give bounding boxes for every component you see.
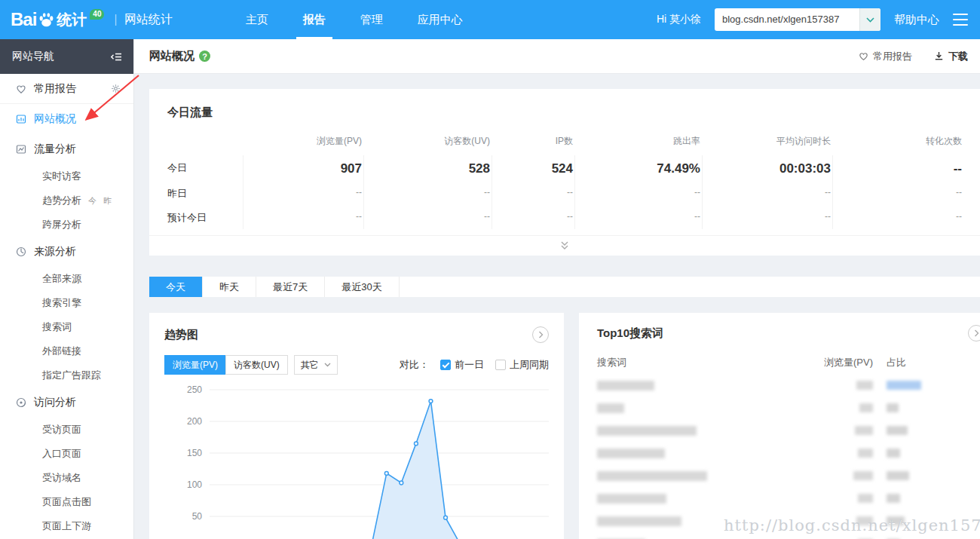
- today-value: --: [574, 205, 702, 229]
- top10-row-0[interactable]: [597, 374, 962, 397]
- menu-icon[interactable]: [953, 14, 968, 26]
- topnav-item-3[interactable]: 应用中心: [400, 0, 480, 39]
- sidebar-item-label: 指定广告跟踪: [42, 369, 101, 382]
- sidebar-item-label: 常用报告: [34, 82, 76, 96]
- expand-toggle[interactable]: [149, 235, 980, 256]
- favorite-report-button[interactable]: 常用报告: [858, 50, 912, 63]
- sidebar-item-0[interactable]: 常用报告: [0, 74, 133, 104]
- help-question-badge[interactable]: ?: [199, 51, 210, 62]
- sidebar-item-7[interactable]: 全部来源: [0, 267, 133, 291]
- sidebar-item-16[interactable]: 页面点击图: [0, 490, 133, 514]
- sidebar-item-label: 网站概况: [34, 112, 76, 126]
- range-tab-0[interactable]: 今天: [149, 277, 203, 297]
- expand-top10-button[interactable]: [968, 325, 980, 341]
- logo-text-tongji: 统计: [57, 10, 87, 30]
- download-button[interactable]: 下载: [933, 50, 968, 63]
- top10-column-headers: 搜索词 浏览量(PV) 占比: [597, 356, 962, 369]
- site-selector-value: blog.csdn.net/xlgen157387: [715, 8, 859, 31]
- top10-row-2[interactable]: [597, 419, 962, 442]
- range-tab-3[interactable]: 最近30天: [325, 277, 399, 297]
- sidebar-item-10[interactable]: 外部链接: [0, 339, 133, 363]
- redacted-keyword: [597, 449, 665, 458]
- chevron-down-icon[interactable]: [859, 8, 880, 31]
- today-value: --: [243, 181, 363, 205]
- main-area: 网站概况 ? 常用报告 下载 今日流量 浏览量(P: [134, 39, 980, 539]
- today-row-label: 预计今日: [167, 205, 243, 229]
- today-row-label: 今日: [167, 155, 243, 181]
- gear-icon[interactable]: [110, 83, 121, 94]
- topnav-item-1[interactable]: 报告: [286, 0, 343, 39]
- sidebar-item-11[interactable]: 指定广告跟踪: [0, 363, 133, 387]
- top10-row-4[interactable]: [597, 464, 962, 487]
- sidebar-item-14[interactable]: 入口页面: [0, 442, 133, 466]
- redacted-pv-value: [858, 494, 873, 503]
- sidebar-item-1[interactable]: 网站概况: [0, 104, 133, 134]
- trend-card: 趋势图 浏览量(PV)访客数(UV) 其它: [149, 313, 564, 539]
- user-greeting: Hi 莫小徐: [657, 13, 701, 26]
- svg-text:250: 250: [187, 384, 202, 395]
- baidu-tongji-logo[interactable]: Bai 统计 40 | 网站统计: [0, 9, 179, 30]
- redacted-pv-value: [858, 449, 873, 458]
- top10-keywords-card: Top10搜索词 搜索词 浏览量(PV) 占比: [579, 313, 980, 539]
- trend-title: 趋势图: [164, 328, 198, 342]
- site-selector[interactable]: blog.csdn.net/xlgen157387: [715, 8, 880, 31]
- logo-divider: |: [114, 13, 117, 26]
- metric-button-1[interactable]: 访客数(UV): [225, 355, 288, 375]
- top10-row-5[interactable]: [597, 487, 962, 510]
- help-center-link[interactable]: 帮助中心: [894, 13, 939, 27]
- ratio-bar: [887, 471, 909, 480]
- page-title-text: 网站概况: [149, 49, 194, 63]
- sidebar-item-15[interactable]: 受访域名: [0, 466, 133, 490]
- today-value: --: [832, 181, 963, 205]
- collapse-sidebar-icon[interactable]: [110, 51, 123, 63]
- top10-row-1[interactable]: [597, 397, 962, 419]
- sidebar-item-17[interactable]: 页面上下游: [0, 514, 133, 538]
- today-value: 907: [243, 155, 363, 181]
- svg-text:100: 100: [187, 479, 202, 490]
- sidebar-item-label: 外部链接: [42, 345, 81, 358]
- sidebar-item-4[interactable]: 趋势分析今昨: [0, 188, 133, 213]
- metric-buttons: 浏览量(PV)访客数(UV): [164, 355, 288, 375]
- other-metric-select[interactable]: 其它: [294, 355, 338, 375]
- metric-button-0[interactable]: 浏览量(PV): [164, 355, 226, 375]
- range-tab-2[interactable]: 最近7天: [256, 277, 325, 297]
- expand-trend-button[interactable]: [532, 326, 549, 343]
- today-col-header: 浏览量(PV): [243, 129, 363, 155]
- compare-label: 对比：: [400, 358, 429, 372]
- chevron-right-icon: [538, 331, 544, 338]
- sidebar-item-label: 受访页面: [42, 423, 81, 436]
- redacted-keyword: [597, 403, 624, 413]
- compare-option-label: 上周同期: [510, 358, 549, 372]
- today-value: --: [832, 205, 963, 229]
- today-grid: 浏览量(PV)访客数(UV)IP数跳出率平均访问时长转化次数今日90752852…: [167, 129, 980, 229]
- top10-row-3[interactable]: [597, 442, 962, 464]
- quick-link-0[interactable]: 今: [88, 195, 96, 207]
- sidebar-item-2[interactable]: 流量分析: [0, 134, 133, 164]
- topbar-nav: 主页报告管理应用中心: [228, 0, 480, 39]
- version-badge: 40: [90, 9, 104, 20]
- topnav-item-0[interactable]: 主页: [228, 0, 286, 39]
- quick-link-1[interactable]: 昨: [103, 195, 112, 207]
- sidebar-item-12[interactable]: 访问分析: [0, 387, 133, 418]
- sidebar-item-label: 全部来源: [42, 272, 81, 286]
- sidebar-item-9[interactable]: 搜索词: [0, 315, 133, 339]
- trend-area-chart[interactable]: 25020015010050: [164, 382, 549, 539]
- checkbox-unchecked-icon[interactable]: [495, 360, 506, 370]
- sidebar-item-13[interactable]: 受访页面: [0, 418, 133, 442]
- range-tab-1[interactable]: 昨天: [203, 277, 256, 297]
- compare-option-1[interactable]: 上周同期: [495, 358, 549, 372]
- sidebar-item-8[interactable]: 搜索引擎: [0, 291, 133, 315]
- compare-option-0[interactable]: 前一日: [440, 358, 484, 372]
- sidebar: 网站导航 常用报告网站概况流量分析实时访客趋势分析今昨跨屏分析来源分析全部来源搜…: [0, 39, 134, 539]
- checkbox-checked-icon[interactable]: [440, 360, 451, 370]
- sidebar-item-6[interactable]: 来源分析: [0, 237, 133, 267]
- redacted-keyword: [597, 516, 681, 526]
- sidebar-item-5[interactable]: 跨屏分析: [0, 213, 133, 237]
- topnav-item-2[interactable]: 管理: [343, 0, 400, 39]
- sidebar-item-3[interactable]: 实时访客: [0, 164, 133, 188]
- sidebar-item-label: 流量分析: [34, 142, 76, 156]
- sidebar-item-label: 来源分析: [34, 245, 76, 259]
- today-value: --: [492, 181, 574, 205]
- redacted-keyword: [597, 426, 697, 436]
- topbar-right: Hi 莫小徐 blog.csdn.net/xlgen157387 帮助中心: [657, 8, 980, 31]
